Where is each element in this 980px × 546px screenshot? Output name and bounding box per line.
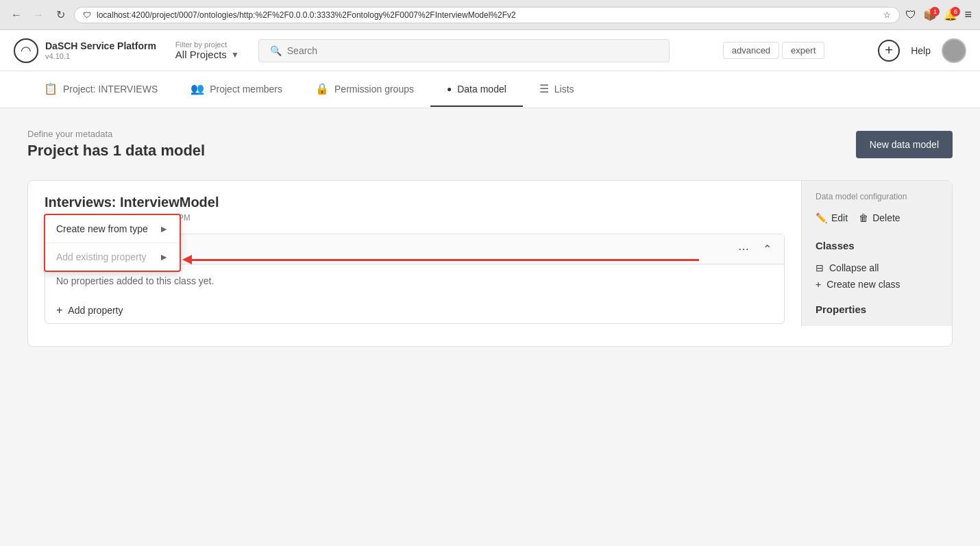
search-bar[interactable]: 🔍: [258, 39, 670, 62]
config-actions: ✏️ Edit 🗑 Delete: [816, 210, 938, 226]
data-model-config-panel: Data model configuration ✏️ Edit 🗑 Delet…: [801, 181, 952, 326]
config-title: Data model configuration: [816, 192, 938, 201]
back-button[interactable]: ←: [8, 7, 25, 23]
more-options-button[interactable]: ⋯: [734, 241, 753, 257]
class-body: Create new from type ► Add existing prop…: [45, 264, 784, 297]
avatar[interactable]: [942, 38, 966, 63]
edit-icon: ✏️: [816, 212, 827, 223]
delete-button[interactable]: 🗑 Delete: [859, 210, 900, 226]
chevron-down-icon: ▼: [231, 50, 239, 60]
address-bar[interactable]: 🛡 localhost:4200/project/0007/ontologies…: [74, 7, 900, 23]
lists-icon: ☰: [539, 82, 549, 95]
filter-label: Filter by project: [175, 40, 239, 49]
data-model-count-title: Project has 1 data model: [27, 142, 205, 160]
trash-icon: 🗑: [859, 212, 868, 223]
collapse-icon: ⊟: [816, 262, 824, 273]
project-icon: 📋: [44, 82, 58, 95]
submenu-arrow-icon: ►: [159, 223, 169, 234]
tab-permissions[interactable]: 🔒 Permission groups: [299, 71, 430, 108]
url-text: localhost:4200/project/0007/ontologies/h…: [97, 10, 516, 20]
search-icon: 🔍: [270, 45, 282, 56]
search-input[interactable]: [287, 45, 658, 56]
tab-datamodel[interactable]: ● Data model: [430, 73, 523, 107]
logo-text-area: DaSCH Service Platform v4.10.1: [45, 40, 156, 60]
add-existing-property-menu-item[interactable]: Add existing property ►: [45, 243, 180, 271]
add-property-label: Add property: [68, 305, 123, 316]
menu-icon[interactable]: ≡: [964, 8, 972, 22]
extension-icon-1[interactable]: 🛡: [905, 9, 916, 21]
plus-icon: +: [816, 279, 821, 290]
create-new-from-type-menu-item[interactable]: Create new from type ►: [45, 215, 180, 243]
filter-project-dropdown[interactable]: Filter by project All Projects ▼: [170, 38, 245, 63]
search-mode-buttons: advanced expert: [723, 42, 825, 59]
expert-mode-button[interactable]: expert: [782, 42, 824, 59]
data-model-title: Interviews: InterviewModel: [45, 195, 219, 210]
datamodel-icon: ●: [447, 84, 452, 94]
context-menu: Create new from type ► Add existing prop…: [44, 214, 181, 272]
members-icon: 👥: [191, 82, 204, 95]
extension-badge-2[interactable]: 🔔6: [944, 8, 957, 21]
app-name: DaSCH Service Platform: [45, 40, 156, 52]
add-property-row[interactable]: + Add property: [45, 297, 784, 323]
class-section: ⋯ ⌃ Create new from type ► Add existing …: [45, 234, 785, 324]
app-header: ◠ DaSCH Service Platform v4.10.1 Filter …: [0, 30, 980, 71]
bookmark-icon: ☆: [883, 10, 891, 20]
data-model-card-body: ⋯ ⌃ Create new from type ► Add existing …: [28, 234, 801, 346]
logo-icon: ◠: [14, 38, 38, 63]
browser-chrome: ← → ↻ 🛡 localhost:4200/project/0007/onto…: [0, 0, 980, 30]
tab-members[interactable]: 👥 Project members: [174, 71, 299, 108]
header-actions: + Help: [878, 38, 966, 63]
help-link[interactable]: Help: [911, 45, 931, 56]
data-model-header-left: Define your metadata Project has 1 data …: [27, 129, 205, 160]
add-button[interactable]: +: [878, 40, 900, 62]
metadata-subtitle: Define your metadata: [27, 129, 205, 139]
classes-section-title: Classes: [816, 240, 938, 251]
tab-lists[interactable]: ☰ Lists: [523, 71, 591, 108]
reload-button[interactable]: ↻: [52, 7, 69, 23]
extension-badge-1[interactable]: 📦1: [923, 8, 937, 21]
data-model-header: Define your metadata Project has 1 data …: [27, 129, 953, 160]
forward-button[interactable]: →: [30, 7, 47, 23]
advanced-mode-button[interactable]: advanced: [723, 42, 779, 59]
logo-area: ◠ DaSCH Service Platform v4.10.1: [14, 38, 156, 63]
create-class-button[interactable]: + Create new class: [816, 276, 938, 293]
class-header-actions: ⋯ ⌃: [734, 241, 776, 257]
collapse-button[interactable]: ⌃: [759, 241, 776, 257]
app-version: v4.10.1: [45, 52, 156, 60]
no-properties-text: No properties added to this class yet.: [56, 275, 214, 286]
properties-section-title: Properties: [816, 303, 938, 315]
filter-value: All Projects ▼: [175, 49, 239, 60]
submenu-arrow-icon-2: ►: [159, 251, 169, 262]
nav-tabs: 📋 Project: INTERVIEWS 👥 Project members …: [0, 71, 980, 108]
main-content: Define your metadata Project has 1 data …: [0, 108, 980, 545]
tab-project[interactable]: 📋 Project: INTERVIEWS: [27, 71, 174, 108]
new-data-model-button[interactable]: New data model: [856, 131, 953, 158]
edit-button[interactable]: ✏️ Edit: [816, 210, 848, 226]
lock-icon: 🔒: [315, 82, 329, 95]
security-icon: 🛡: [83, 10, 91, 20]
collapse-all-button[interactable]: ⊟ Collapse all: [816, 260, 938, 276]
data-model-card: Interviews: InterviewModel Updated on: J…: [27, 180, 953, 347]
add-property-plus-icon: +: [56, 304, 62, 317]
browser-icons-right: 🛡 📦1 🔔6 ≡: [905, 8, 972, 22]
